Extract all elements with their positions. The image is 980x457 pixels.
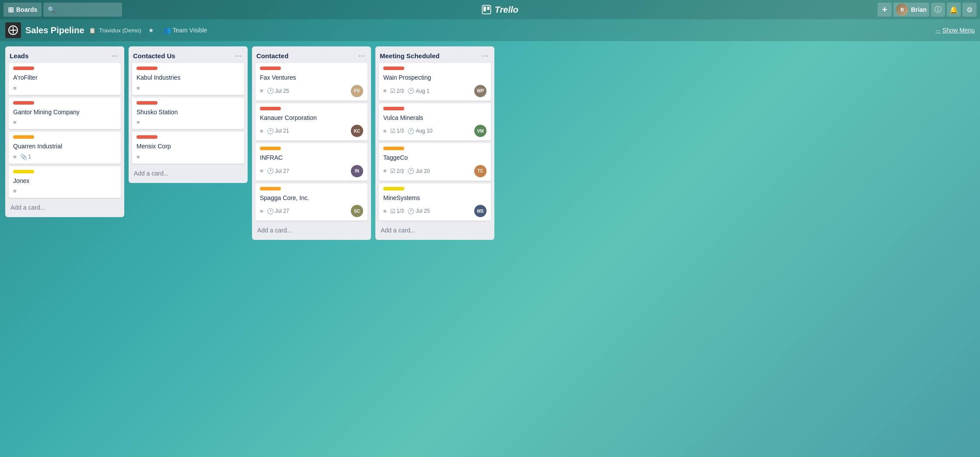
card-fax-ventures[interactable]: Fax Ventures≡🕐Jul 25FV [256, 63, 368, 101]
card-footer-wain: ≡☑2/3🕐Aug 1WP [383, 85, 486, 97]
card-title-wain: Wain Prospecting [383, 74, 486, 82]
list-menu-button-contacted[interactable]: ··· [357, 52, 367, 60]
card-title-fax-ventures: Fax Ventures [260, 74, 363, 82]
description-icon: ≡ [13, 188, 17, 194]
list-contacted: Contacted ··· Fax Ventures≡🕐Jul 25FVKana… [252, 46, 371, 240]
description-badge-arofilter: ≡ [13, 85, 17, 91]
card-footer-quarren: ≡📎1 [13, 154, 116, 160]
card-gantor[interactable]: Gantor Mining Company≡ [9, 98, 121, 130]
card-badges-minesystems: ≡☑1/3🕐Jul 25 [383, 208, 430, 214]
card-badges-quarren: ≡📎1 [13, 154, 31, 160]
bell-icon: 🔔 [949, 6, 958, 14]
card-vulca[interactable]: Vulca Minerals≡☑1/3🕐Aug 10VM [379, 103, 491, 141]
description-icon: ≡ [383, 128, 387, 134]
card-footer-minesystems: ≡☑1/3🕐Jul 25MS [383, 205, 486, 217]
card-label-spagga [260, 187, 281, 190]
card-footer-mensix: ≡ [136, 154, 240, 160]
card-minesystems[interactable]: MineSystems≡☑1/3🕐Jul 25MS [379, 183, 491, 221]
notifications-button[interactable]: 🔔 [947, 3, 961, 17]
card-avatar-spagga: SC [351, 205, 363, 217]
card-label-kanauer [260, 107, 281, 110]
card-footer-taggeco: ≡☑2/3🕐Jul 20TC [383, 165, 486, 177]
list-menu-button-contacted-us[interactable]: ··· [233, 52, 243, 60]
card-avatar-kanauer: KC [351, 125, 363, 137]
due-value: Jul 20 [416, 168, 430, 174]
card-kabul[interactable]: Kabul Industries≡ [132, 63, 244, 95]
card-jonex[interactable]: Jonex≡ [9, 166, 121, 198]
description-icon: ≡ [260, 128, 263, 134]
card-title-shusko: Shusko Station [136, 108, 240, 117]
add-card-button-contacted[interactable]: Add a card... [256, 224, 368, 236]
settings-button[interactable]: ⚙ [962, 3, 976, 17]
card-infrac[interactable]: INFRAC≡🕐Jul 27IN [256, 143, 368, 181]
due-badge-fax-ventures: 🕐Jul 25 [267, 88, 289, 94]
checklist-icon: ☑ [390, 208, 396, 214]
card-footer-vulca: ≡☑1/3🕐Aug 10VM [383, 125, 486, 137]
description-icon: ≡ [136, 85, 140, 91]
card-shusko[interactable]: Shusko Station≡ [132, 98, 244, 130]
clock-icon: 🕐 [267, 88, 274, 94]
card-footer-fax-ventures: ≡🕐Jul 25FV [260, 85, 363, 97]
card-avatar-vulca: VM [474, 125, 486, 137]
list-title-meeting-scheduled: Meeting Scheduled [380, 52, 440, 60]
card-taggeco[interactable]: TaggeCo≡☑2/3🕐Jul 20TC [379, 143, 491, 181]
list-title-leads: Leads [10, 52, 28, 60]
card-kanauer[interactable]: Kanauer Corporation≡🕐Jul 21KC [256, 103, 368, 141]
nav-right: + B Brian ⓘ 🔔 ⚙ [878, 3, 976, 17]
description-badge-jonex: ≡ [13, 188, 17, 194]
card-badges-wain: ≡☑2/3🕐Aug 1 [383, 88, 430, 94]
description-icon: ≡ [13, 119, 17, 126]
card-title-kabul: Kabul Industries [136, 74, 240, 82]
due-badge-minesystems: 🕐Jul 25 [407, 208, 430, 214]
board-meta: 📋 Travidux (Demo) [89, 27, 141, 34]
due-value: Jul 25 [275, 88, 289, 94]
clock-icon: 🕐 [407, 128, 414, 134]
list-title-contacted: Contacted [256, 52, 288, 60]
card-badges-taggeco: ≡☑2/3🕐Jul 20 [383, 168, 430, 174]
due-value: Jul 27 [275, 208, 289, 214]
attachment-icon: 📎 [20, 154, 27, 160]
show-menu-label: Show Menu [942, 27, 975, 34]
card-label-fax-ventures [260, 67, 281, 70]
card-footer-shusko: ≡ [136, 119, 240, 126]
description-badge-vulca: ≡ [383, 128, 387, 134]
description-badge-infrac: ≡ [260, 168, 263, 174]
boards-button[interactable]: ⊞ Boards [4, 3, 42, 17]
top-nav: ⊞ Boards 🔍 Trello + B Brian ⓘ 🔔 ⚙ [0, 0, 980, 19]
description-icon: ≡ [260, 208, 263, 214]
card-quarren[interactable]: Quarren Industrial≡📎1 [9, 132, 121, 164]
add-card-button-meeting-scheduled[interactable]: Add a card... [379, 224, 491, 236]
card-spagga[interactable]: Spagga Core, Inc.≡🕐Jul 27SC [256, 183, 368, 221]
star-button[interactable]: ★ [146, 26, 157, 35]
card-badges-infrac: ≡🕐Jul 27 [260, 168, 289, 174]
description-icon: ≡ [136, 154, 140, 160]
description-badge-shusko: ≡ [136, 119, 140, 126]
card-label-mensix [136, 135, 158, 139]
add-card-button-contacted-us[interactable]: Add a card... [132, 167, 244, 179]
checklist-badge-vulca: ☑1/3 [390, 128, 404, 134]
due-value: Aug 1 [416, 88, 429, 94]
card-label-jonex [13, 170, 34, 173]
list-menu-button-leads[interactable]: ··· [110, 52, 120, 60]
card-wain[interactable]: Wain Prospecting≡☑2/3🕐Aug 1WP [379, 63, 491, 101]
grid-icon: ⊞ [8, 6, 14, 14]
card-footer-infrac: ≡🕐Jul 27IN [260, 165, 363, 177]
due-value: Jul 21 [275, 128, 289, 134]
card-footer-kabul: ≡ [136, 85, 240, 91]
add-card-button-leads[interactable]: Add a card... [9, 201, 121, 214]
show-menu-button[interactable]: ··· Show Menu [935, 27, 975, 34]
list-leads: Leads ··· A'roFilter≡Gantor Mining Compa… [5, 46, 124, 217]
description-badge-fax-ventures: ≡ [260, 88, 263, 94]
description-badge-spagga: ≡ [260, 208, 263, 214]
info-button[interactable]: ⓘ [931, 3, 945, 17]
search-bar[interactable]: 🔍 [43, 3, 122, 17]
add-button[interactable]: + [878, 3, 892, 17]
user-menu-button[interactable]: B Brian [893, 3, 929, 17]
card-mensix[interactable]: Mensix Corp≡ [132, 132, 244, 164]
board-body: Leads ··· A'roFilter≡Gantor Mining Compa… [0, 41, 980, 457]
visibility-button[interactable]: 👥 Team Visible [161, 26, 210, 35]
checklist-value: 2/3 [397, 88, 404, 94]
card-arofilter[interactable]: A'roFilter≡ [9, 63, 121, 95]
list-menu-button-meeting-scheduled[interactable]: ··· [480, 52, 490, 60]
card-label-infrac [260, 147, 281, 150]
